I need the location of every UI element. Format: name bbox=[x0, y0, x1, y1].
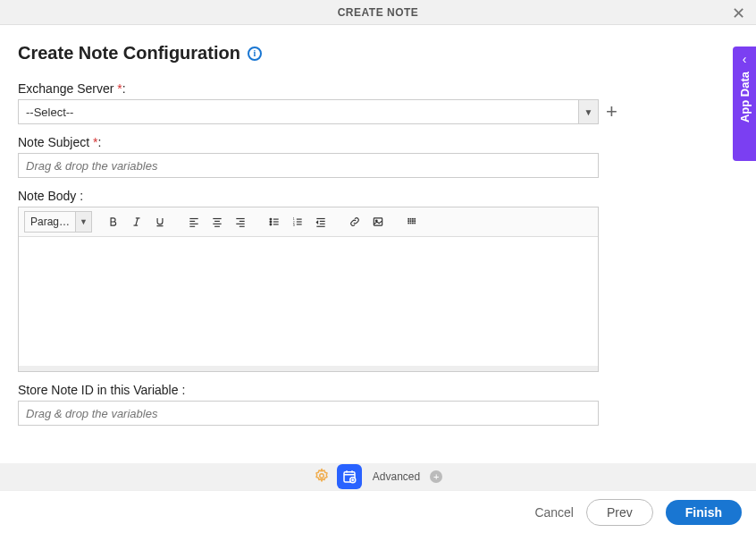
bold-icon[interactable] bbox=[103, 211, 124, 233]
dialog-title: CREATE NOTE bbox=[338, 6, 419, 19]
svg-rect-40 bbox=[412, 220, 414, 222]
svg-rect-42 bbox=[407, 223, 409, 224]
svg-text:3: 3 bbox=[293, 224, 295, 227]
note-subject-label: Note Subject *: bbox=[18, 135, 738, 149]
action-bar: Cancel Prev Finish bbox=[0, 490, 756, 533]
svg-rect-34 bbox=[407, 218, 409, 220]
svg-rect-41 bbox=[414, 220, 416, 222]
table-icon[interactable] bbox=[401, 211, 423, 233]
chevron-down-icon: ▼ bbox=[75, 212, 91, 232]
gear-icon[interactable] bbox=[314, 468, 330, 486]
dialog-header: CREATE NOTE ✕ bbox=[0, 0, 756, 25]
page-title-row: Create Note Configuration i bbox=[18, 43, 738, 63]
outdent-icon[interactable] bbox=[310, 211, 332, 233]
svg-point-18 bbox=[270, 224, 272, 225]
plus-circle-icon[interactable]: + bbox=[430, 470, 442, 483]
finish-button[interactable]: Finish bbox=[666, 500, 742, 525]
app-data-label: App Data bbox=[738, 72, 752, 123]
link-icon[interactable] bbox=[344, 211, 365, 233]
label-colon: : bbox=[98, 135, 102, 149]
exchange-server-select[interactable]: --Select-- ▼ bbox=[18, 99, 599, 124]
align-center-icon[interactable] bbox=[206, 211, 228, 233]
italic-icon[interactable] bbox=[126, 211, 147, 233]
svg-rect-37 bbox=[414, 218, 416, 220]
footer-toolbar: Advanced + bbox=[0, 463, 756, 490]
svg-rect-36 bbox=[412, 218, 414, 220]
exchange-server-label-text: Exchange Server bbox=[18, 81, 113, 96]
exchange-server-row: --Select-- ▼ + bbox=[18, 99, 738, 124]
note-body-label: Note Body : bbox=[18, 189, 738, 203]
editor-toolbar: Paragra… ▼ 123 bbox=[19, 207, 598, 237]
cancel-button[interactable]: Cancel bbox=[534, 505, 574, 520]
page-title: Create Note Configuration bbox=[18, 43, 240, 63]
underline-icon[interactable] bbox=[149, 211, 171, 233]
note-body-editor: Paragra… ▼ 123 bbox=[18, 207, 599, 372]
note-body-textarea[interactable] bbox=[19, 237, 598, 371]
label-colon: : bbox=[122, 81, 126, 96]
svg-point-46 bbox=[320, 473, 324, 478]
paragraph-format-select[interactable]: Paragra… ▼ bbox=[24, 211, 92, 233]
image-icon[interactable] bbox=[367, 211, 389, 233]
note-subject-label-text: Note Subject bbox=[18, 135, 89, 149]
advanced-label[interactable]: Advanced bbox=[373, 470, 420, 483]
info-icon[interactable]: i bbox=[248, 47, 262, 61]
svg-point-17 bbox=[270, 221, 272, 223]
store-note-id-label: Store Note ID in this Variable : bbox=[18, 383, 738, 397]
prev-button[interactable]: Prev bbox=[586, 499, 653, 526]
svg-rect-35 bbox=[410, 218, 412, 220]
app-data-panel-toggle[interactable]: ‹ App Data bbox=[733, 47, 756, 161]
svg-point-16 bbox=[270, 218, 272, 220]
chevron-left-icon: ‹ bbox=[743, 52, 747, 66]
svg-line-2 bbox=[136, 218, 138, 225]
svg-rect-43 bbox=[410, 223, 412, 224]
note-subject-input[interactable] bbox=[18, 153, 599, 178]
svg-rect-44 bbox=[412, 223, 414, 224]
svg-rect-38 bbox=[407, 220, 409, 222]
paragraph-format-value: Paragra… bbox=[25, 216, 75, 228]
calendar-add-icon[interactable] bbox=[337, 464, 362, 489]
exchange-server-label: Exchange Server *: bbox=[18, 81, 738, 96]
svg-rect-39 bbox=[410, 220, 412, 222]
add-server-button[interactable]: + bbox=[606, 102, 617, 122]
chevron-down-icon: ▼ bbox=[578, 100, 598, 123]
align-right-icon[interactable] bbox=[230, 211, 251, 233]
align-left-icon[interactable] bbox=[183, 211, 205, 233]
content-area: Create Note Configuration i Exchange Ser… bbox=[0, 25, 756, 426]
store-note-id-input[interactable] bbox=[18, 401, 599, 426]
svg-rect-45 bbox=[414, 223, 416, 224]
close-icon[interactable]: ✕ bbox=[732, 4, 745, 23]
numbered-list-icon[interactable]: 123 bbox=[287, 211, 308, 233]
bullet-list-icon[interactable] bbox=[264, 211, 285, 233]
exchange-server-value: --Select-- bbox=[19, 106, 578, 119]
